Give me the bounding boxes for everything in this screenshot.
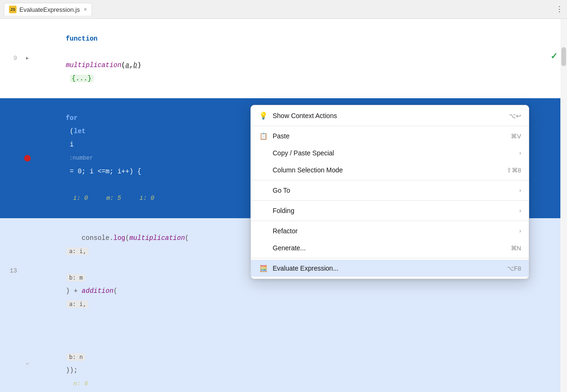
menu-item-copy-paste-special[interactable]: Copy / Paste Special › [251,145,529,162]
editor-wrapper: JS EvaluateExpression.js × ⋮ 9 ▶ functio… [0,0,567,392]
menu-item-refactor[interactable]: Refactor › [251,222,529,239]
menu-label-go-to: Go To [273,187,515,194]
param-a: a [125,61,129,69]
scroll-thumb[interactable] [561,47,566,66]
line-content-9: function multiplication(a,b) {...} [32,19,567,98]
line-gutter-9: ▶ [23,52,32,65]
context-menu: 💡 Show Context Actions ⌥↩ 📋 Paste ⌘V Cop… [250,105,529,279]
menu-label-generate: Generate... [273,244,511,252]
tab-item[interactable]: JS EvaluateExpression.js × [4,3,92,16]
tab-left: JS EvaluateExpression.js × [4,3,92,16]
line-number-9: 9 [0,52,23,65]
separator-1 [251,126,529,126]
menu-label-paste: Paste [273,132,511,140]
fold-arrow-9[interactable]: ▶ [26,52,29,65]
js-file-icon: JS [9,6,17,13]
menu-shortcut-show-context-actions: ⌥↩ [509,112,521,119]
arrow-icon-go-to: › [519,187,521,194]
lightbulb-icon: 💡 [258,111,268,120]
tab-bar: JS EvaluateExpression.js × ⋮ [0,0,567,19]
code-line-13b: ↩ b: n )); n: 6 [0,324,567,392]
separator-3 [251,200,529,201]
line-content-13b: b: n )); n: 6 [32,324,567,392]
fold-block[interactable]: {...} [70,75,94,82]
menu-label-column-selection: Column Selection Mode [273,166,507,174]
breakpoint-icon [24,155,31,162]
copy-paste-icon [258,148,268,158]
menu-label-show-context-actions: Show Context Actions [273,112,509,119]
arrow-icon-copy-paste: › [519,150,521,156]
menu-label-folding: Folding [273,207,515,214]
menu-label-evaluate-expression: Evaluate Expression... [273,264,507,272]
param-b: b [133,61,137,69]
line-number-13: 13 [0,264,23,278]
scrollbar[interactable] [560,19,567,392]
menu-shortcut-generate: ⌘N [511,245,521,252]
menu-item-evaluate-expression[interactable]: 🧮 Evaluate Expression... ⌥F8 [251,260,529,277]
column-selection-icon [258,165,268,175]
more-options-button[interactable]: ⋮ [556,5,563,14]
menu-item-folding[interactable]: Folding › [251,202,529,219]
function-name: multiplication [66,61,121,69]
separator-2 [251,180,529,180]
clipboard-icon: 📋 [258,131,268,141]
menu-item-paste[interactable]: 📋 Paste ⌘V [251,128,529,145]
line-gutter-13b: ↩ [23,358,32,371]
tab-close-button[interactable]: × [84,6,87,13]
menu-item-column-selection[interactable]: Column Selection Mode ⇧⌘8 [251,162,529,179]
menu-shortcut-column-selection: ⇧⌘8 [507,167,521,174]
menu-item-show-context-actions[interactable]: 💡 Show Context Actions ⌥↩ [251,107,529,124]
menu-item-go-to[interactable]: Go To › [251,182,529,199]
calculator-icon: 🧮 [258,264,268,273]
keyword-function: function [66,35,97,43]
checkmark-icon: ✓ [550,51,558,61]
menu-shortcut-evaluate-expression: ⌥F8 [507,265,521,272]
arrow-icon-refactor: › [519,228,521,234]
goto-icon [258,186,268,195]
menu-label-copy-paste-special: Copy / Paste Special [273,149,515,157]
arrow-icon-folding: › [519,207,521,214]
code-line-9: 9 ▶ function multiplication(a,b) {...} [0,19,567,98]
menu-item-generate[interactable]: Generate... ⌘N [251,239,529,256]
refactor-icon [258,226,268,236]
line-gutter-for [23,155,32,162]
tab-filename: EvaluateExpression.js [19,6,80,13]
folding-icon [258,206,268,215]
generate-icon [258,243,268,253]
separator-5 [251,258,529,258]
separator-4 [251,221,529,221]
menu-shortcut-paste: ⌘V [511,133,521,140]
menu-label-refactor: Refactor [273,227,515,235]
